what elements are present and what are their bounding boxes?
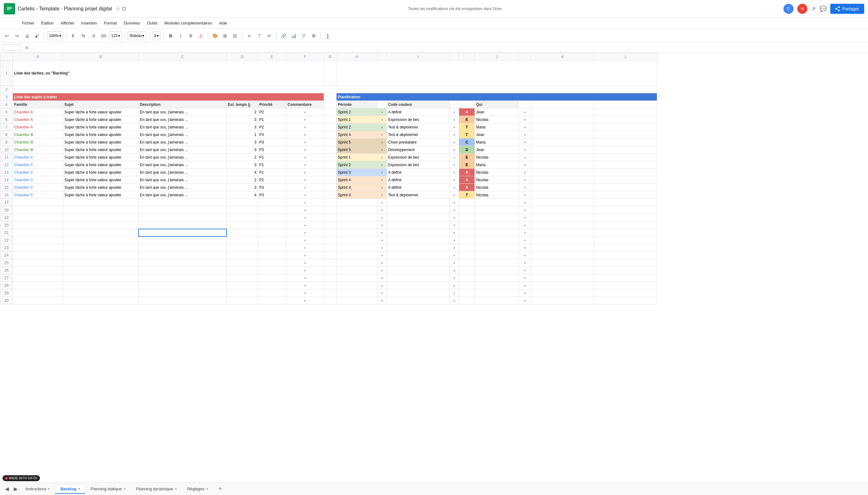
r30-c3[interactable] [227,297,258,304]
menu-afficher[interactable]: Afficher [57,19,78,27]
qui-dropdown[interactable]: ▾ [519,146,531,154]
bold-button[interactable]: B [166,31,175,40]
r30-code[interactable] [387,297,450,304]
r24-periode-dd[interactable]: ▾ [378,252,387,259]
periode-dropdown[interactable]: ▾ [378,116,387,123]
periode-cell[interactable]: Sprint 5 [337,146,378,154]
r26-periode-dd[interactable]: ▾ [378,267,387,274]
est-temps-cell[interactable]: 2 [227,176,258,184]
r30-periode[interactable] [337,297,378,304]
r29-c4[interactable] [258,289,286,297]
periode-cell[interactable]: Sprint 2 [337,161,378,169]
sujet-cell[interactable]: Super tâche à forte valeur ajoutée [63,161,138,169]
priorite-cell[interactable]: P3 [258,184,286,191]
currency-button[interactable]: € [69,31,78,40]
add-sheet-button[interactable]: + [216,485,225,493]
famille-cell[interactable]: Chantier C [13,191,63,199]
r23-priorite-dd[interactable]: ▾ [286,244,324,252]
r26-periode[interactable] [337,267,378,274]
priorite-dropdown[interactable]: ▾ [286,138,324,146]
description-cell[interactable]: En tant que xxx, j'aimerais ... [138,169,227,176]
chart-button[interactable]: 📊 [289,31,298,40]
priorite-dropdown[interactable]: ▾ [286,191,324,199]
r22-c2[interactable] [138,237,227,244]
r28-code-dd[interactable]: ▾ [450,282,459,289]
priorite-dropdown[interactable]: ▾ [286,161,324,169]
r27-c4[interactable] [258,274,286,282]
r23-code[interactable] [387,244,450,252]
r23-qui-dd[interactable]: ▾ [519,244,531,252]
r18-c3[interactable] [227,206,258,214]
code-dropdown[interactable]: ▾ [450,161,459,169]
r28-c3[interactable] [227,282,258,289]
filter2-button[interactable]: ⚙ [309,31,318,40]
famille-cell[interactable]: Chantier C [13,161,63,169]
qui-cell[interactable]: Jean [475,131,519,138]
tab-instructions[interactable]: Instructions ▾ [20,484,55,493]
r22-code[interactable] [387,237,450,244]
r27-c0[interactable] [13,274,63,282]
r25-c3[interactable] [227,259,258,267]
r27-priorite-dd[interactable]: ▾ [286,274,324,282]
r29-priorite-dd[interactable]: ▾ [286,289,324,297]
decimal-increase-button[interactable]: .00 [99,31,108,40]
r27-code-dd[interactable]: ▾ [450,274,459,282]
r25-periode-dd[interactable]: ▾ [378,259,387,267]
est-temps-cell[interactable]: 2 [227,108,258,116]
qui-cell[interactable]: Maria [475,123,519,131]
r21-c3[interactable] [227,229,258,237]
col-H2-header[interactable] [378,53,387,61]
code-dropdown[interactable]: ▾ [450,108,459,116]
r23-c4[interactable] [258,244,286,252]
description-cell[interactable]: En tant que xxx, j'aimerais ... [138,191,227,199]
code-couleur-cell[interactable]: Test & déploiemer [387,123,450,131]
est-temps-cell[interactable]: 4 [227,169,258,176]
folder-icon[interactable]: ⊡ [122,6,126,12]
tab-planning-statique[interactable]: Planning statique ▾ [85,484,131,493]
periode-cell[interactable]: Sprint 2 [337,123,378,131]
r22-c4[interactable] [258,237,286,244]
col-J-header[interactable]: J [475,53,519,61]
col-B-header[interactable]: B [63,53,138,61]
col-G-header[interactable]: G [324,53,337,61]
description-cell[interactable]: En tant que xxx, j'aimerais ... [138,138,227,146]
famille-cell[interactable]: Chantier A [13,108,63,116]
priorite-cell[interactable]: P1 [258,161,286,169]
periode-cell[interactable]: Sprint 4 [337,191,378,199]
r19-c1[interactable] [63,214,138,221]
r26-qui[interactable] [475,267,519,274]
history-icon[interactable]: ↗ [811,5,816,12]
famille-cell[interactable]: Chantier C [13,169,63,176]
qui-dropdown[interactable]: ▾ [519,131,531,138]
est-temps-cell[interactable]: 1 [227,131,258,138]
r20-c1[interactable] [63,221,138,229]
code-dropdown[interactable]: ▾ [450,169,459,176]
tab-backlog[interactable]: Backlog ▾ [55,484,85,494]
r26-c1[interactable] [63,267,138,274]
qui-dropdown[interactable]: ▾ [519,138,531,146]
periode-dropdown[interactable]: ▾ [378,138,387,146]
r29-code[interactable] [387,289,450,297]
r29-periode-dd[interactable]: ▾ [378,289,387,297]
r29-qui-dd[interactable]: ▾ [519,289,531,297]
r30-c2[interactable] [138,297,227,304]
function-button[interactable]: ∑ [323,31,332,40]
r28-c2[interactable] [138,282,227,289]
periode-dropdown[interactable]: ▾ [378,108,387,116]
r17-c1[interactable] [63,199,138,206]
priorite-dropdown[interactable]: ▾ [286,146,324,154]
est-temps-cell[interactable]: 3 [227,184,258,191]
r22-periode[interactable] [337,237,378,244]
qui-cell[interactable]: Jean [475,108,519,116]
sujet-cell[interactable]: Super tâche à forte valeur ajoutée [63,176,138,184]
r24-c1[interactable] [63,252,138,259]
star-icon[interactable]: ☆ [116,6,120,12]
r22-c0[interactable] [13,237,63,244]
description-cell[interactable]: En tant que xxx, j'aimerais ... [138,131,227,138]
qui-cell[interactable]: Nicolas [475,191,519,199]
r17-priorite-dd[interactable]: ▾ [286,199,324,206]
col-I3-header[interactable] [459,53,475,61]
menu-format[interactable]: Format [101,19,120,27]
qui-dropdown[interactable]: ▾ [519,176,531,184]
r19-code-dd[interactable]: ▾ [450,214,459,221]
